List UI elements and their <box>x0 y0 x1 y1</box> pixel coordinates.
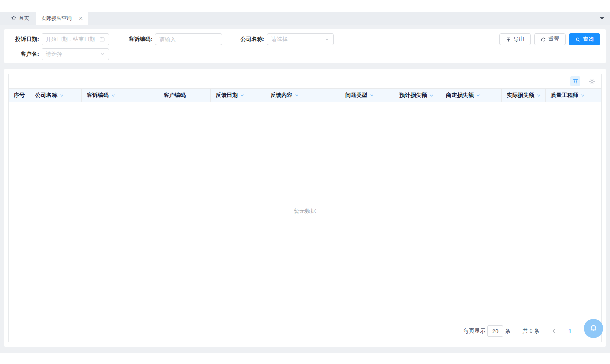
search-button[interactable]: 查询 <box>569 33 600 45</box>
column-header-estimated-loss[interactable]: 预计损失额 <box>394 89 441 102</box>
reset-button-label: 重置 <box>548 36 559 43</box>
complaint-date-label: 投诉日期: <box>13 36 39 43</box>
funnel-icon[interactable] <box>570 76 580 86</box>
column-label: 客户编码 <box>164 91 186 99</box>
filter-panel: 投诉日期: 开始日期 - 结束日期 客诉编码: 公司名称: 请选择 <box>4 29 606 63</box>
sort-caret-icon[interactable] <box>476 93 480 98</box>
end-date-placeholder: 结束日期 <box>73 36 95 43</box>
column-label: 商定损失额 <box>446 91 474 99</box>
export-button-label: 导出 <box>513 36 524 43</box>
sort-caret-icon[interactable] <box>536 93 541 98</box>
column-label: 实际损失额 <box>507 91 534 99</box>
column-label: 客诉编码 <box>87 91 109 99</box>
table-body-empty: 暂无数据 <box>9 102 601 320</box>
column-header-feedback-content[interactable]: 反馈内容 <box>265 89 340 102</box>
bell-icon[interactable] <box>584 319 603 338</box>
column-header-complaint-code[interactable]: 客诉编码 <box>81 89 139 102</box>
sort-caret-icon[interactable] <box>580 93 585 98</box>
chevron-down-icon <box>324 37 330 42</box>
app-window: 首页 实际损失查询 ✕ 投诉日期: 开始日期 - 结束日期 <box>0 0 610 364</box>
customer-name-select[interactable]: 请选择 <box>42 48 109 60</box>
caret-down-icon[interactable] <box>600 17 604 19</box>
tab-bar: 首页 实际损失查询 ✕ <box>0 12 610 25</box>
filter-actions: 导出 重置 <box>499 33 600 45</box>
column-header-quality-engineer[interactable]: 质量工程师 <box>545 89 601 102</box>
reset-button[interactable]: 重置 <box>534 33 566 45</box>
complaint-date-range-picker[interactable]: 开始日期 - 结束日期 <box>42 33 109 45</box>
column-header-agreed-loss[interactable]: 商定损失额 <box>441 89 501 102</box>
sort-caret-icon[interactable] <box>369 93 374 98</box>
company-name-select[interactable]: 请选择 <box>267 33 334 45</box>
sort-caret-icon[interactable] <box>111 93 116 98</box>
column-header-problem-type[interactable]: 问题类型 <box>340 89 394 102</box>
customer-name-label: 客户名: <box>13 50 39 58</box>
export-button[interactable]: 导出 <box>499 33 531 45</box>
table-container: 序号 公司名称 客诉编码 客户编 <box>8 74 602 342</box>
tab-active-label: 实际损失查询 <box>41 15 72 22</box>
table-toolbar <box>9 74 601 88</box>
page-size-suffix: 条 <box>505 327 510 335</box>
chevron-down-icon <box>100 52 105 57</box>
complaint-code-label: 客诉编码: <box>126 36 152 43</box>
column-label: 预计损失额 <box>399 91 427 99</box>
column-header-company-name[interactable]: 公司名称 <box>30 89 81 102</box>
gear-icon[interactable] <box>587 76 597 86</box>
column-label: 序号 <box>14 91 25 99</box>
sort-caret-icon[interactable] <box>429 93 434 98</box>
column-label: 公司名称 <box>35 91 57 99</box>
tab-actual-loss-query[interactable]: 实际损失查询 ✕ <box>36 12 88 25</box>
table-header-row: 序号 公司名称 客诉编码 客户编 <box>9 88 601 102</box>
sort-caret-icon[interactable] <box>59 93 64 98</box>
tab-home[interactable]: 首页 <box>4 12 36 25</box>
date-range-separator: - <box>69 36 71 43</box>
column-label: 反馈内容 <box>270 91 292 99</box>
close-icon[interactable]: ✕ <box>78 16 83 21</box>
refresh-icon <box>541 37 546 42</box>
bottom-strip <box>0 353 610 364</box>
upload-icon <box>506 37 511 42</box>
sort-caret-icon[interactable] <box>240 93 244 98</box>
column-header-actual-loss[interactable]: 实际损失额 <box>501 89 545 102</box>
start-date-placeholder: 开始日期 <box>46 36 68 43</box>
sort-caret-icon[interactable] <box>294 93 299 98</box>
search-icon <box>575 37 581 42</box>
filter-row-1: 投诉日期: 开始日期 - 结束日期 客诉编码: 公司名称: 请选择 <box>13 33 600 45</box>
pagination: 每页显示 条 共 0 条 1 <box>9 320 601 342</box>
filter-row-2: 客户名: 请选择 <box>13 48 600 60</box>
column-label: 问题类型 <box>345 91 367 99</box>
column-header-index: 序号 <box>9 89 30 102</box>
empty-data-text: 暂无数据 <box>294 207 316 215</box>
page-number-current[interactable]: 1 <box>568 328 571 334</box>
column-header-feedback-date[interactable]: 反馈日期 <box>210 89 265 102</box>
customer-name-placeholder: 请选择 <box>46 50 62 58</box>
chevron-left-icon[interactable] <box>551 328 557 334</box>
complaint-code-input[interactable] <box>155 33 222 45</box>
table-panel: 序号 公司名称 客诉编码 客户编 <box>4 69 606 347</box>
home-icon <box>11 15 17 22</box>
column-header-customer-code: 客户编码 <box>139 89 210 102</box>
company-name-label: 公司名称: <box>238 36 264 43</box>
tab-home-label: 首页 <box>19 15 29 22</box>
company-name-placeholder: 请选择 <box>271 36 288 43</box>
page-size-prefix: 每页显示 <box>463 327 485 335</box>
column-label: 质量工程师 <box>551 91 578 99</box>
calendar-icon <box>99 36 105 42</box>
top-strip <box>0 0 610 12</box>
search-button-label: 查询 <box>583 36 594 43</box>
column-label: 反馈日期 <box>216 91 238 99</box>
main-content: 投诉日期: 开始日期 - 结束日期 客诉编码: 公司名称: 请选择 <box>0 25 610 353</box>
total-count-text: 共 0 条 <box>522 327 539 335</box>
page-size-input[interactable] <box>487 325 503 337</box>
